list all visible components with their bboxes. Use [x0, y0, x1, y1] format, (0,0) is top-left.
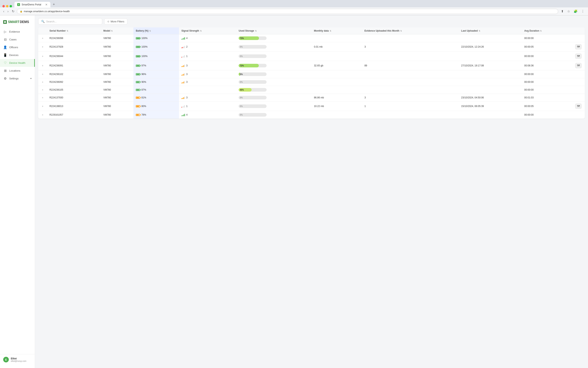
th-lastupload[interactable]: Last Uploaded ⇅ — [459, 28, 522, 34]
signal-bars — [181, 81, 185, 83]
minimize-window-button[interactable] — [6, 5, 9, 7]
row-expand-button[interactable]: + — [41, 88, 45, 92]
row-expand-button[interactable]: + — [41, 113, 45, 117]
search-input[interactable] — [46, 20, 99, 23]
th-battery[interactable]: Battery (%) ⇅ — [133, 28, 179, 34]
storage-cell: 5% — [239, 72, 309, 76]
storage-cell: 0% — [239, 55, 309, 58]
svg-rect-1 — [4, 22, 6, 22]
cell-serial: R224236105 — [47, 86, 101, 94]
storage-cell: 0% — [239, 104, 309, 108]
signal-sort-icon: ⇅ — [200, 30, 202, 32]
row-expand-button[interactable]: + — [41, 80, 45, 84]
cell-battery: 78% — [133, 111, 179, 119]
signal-bar — [181, 115, 182, 116]
row-expand-button[interactable]: + — [41, 36, 45, 40]
user-email: elliot@nvoyy.com — [11, 360, 26, 362]
cell-signal: 1 — [179, 52, 236, 61]
cell-model: VM780 — [101, 70, 133, 78]
table-row: +R224236044VM780 100% 1 0% 00:00:00🗺 — [38, 52, 585, 61]
th-monthly[interactable]: Monthly data ⇅ — [312, 28, 362, 34]
reload-button[interactable]: ↻ — [11, 9, 15, 14]
table-row: +R229161057VM780 78% 4 0% 00:00:00 — [38, 111, 585, 119]
view-map-button[interactable]: 🗺 — [575, 63, 582, 68]
screenshot-button[interactable]: ⬆ — [560, 9, 565, 14]
more-filters-button[interactable]: ⊹ More Filters — [104, 18, 127, 25]
storage-label: 73% — [240, 37, 244, 39]
new-tab-button[interactable]: + — [51, 2, 57, 7]
cell-map-action — [573, 86, 585, 94]
active-tab[interactable]: S SmartDems Portal ✕ — [14, 2, 50, 7]
view-map-button[interactable]: 🗺 — [575, 44, 582, 49]
cell-avg-duration: 00:00:05 — [522, 42, 573, 52]
sidebar-item-device-health[interactable]: ♡ Device Health — [0, 59, 35, 67]
cell-storage: 46% — [236, 86, 311, 94]
cell-avg-duration: 00:01:03 — [522, 94, 573, 101]
battery-icon — [136, 73, 140, 75]
cell-battery: 100% — [133, 34, 179, 42]
signal-bar — [182, 74, 183, 76]
th-evidence[interactable]: Evidence Uploaded this Month ⇅ — [362, 28, 459, 34]
sidebar-item-officers-label: Officers — [9, 46, 18, 49]
signal-value: 3 — [186, 64, 188, 67]
tab-close-button[interactable]: ✕ — [45, 3, 48, 6]
battery-value: 80% — [141, 105, 146, 108]
cell-storage: 0% — [236, 94, 311, 101]
storage-label: 0% — [239, 55, 243, 57]
cell-signal: 3 — [179, 61, 236, 70]
extension-button[interactable]: 🧩 — [572, 9, 579, 14]
view-map-button[interactable]: 🗺 — [575, 54, 582, 59]
maximize-window-button[interactable] — [9, 5, 12, 7]
forward-button[interactable]: › — [7, 9, 9, 14]
sidebar-item-device-health-label: Device Health — [9, 61, 25, 64]
lastupload-sort-icon: ⇅ — [478, 30, 480, 32]
row-expand-button[interactable]: + — [41, 104, 45, 108]
settings-chevron-icon: ▾ — [30, 77, 32, 80]
th-model[interactable]: Model ⇅ — [101, 28, 133, 34]
cell-monthly — [312, 86, 362, 94]
close-window-button[interactable] — [2, 5, 5, 7]
row-expand-button[interactable]: + — [41, 45, 45, 49]
signal-bar — [182, 38, 183, 40]
storage-label: 0% — [239, 46, 243, 48]
signal-bar — [184, 114, 185, 116]
cell-last-uploaded — [459, 78, 522, 86]
sidebar-item-cases[interactable]: ⊟ Cases — [0, 36, 35, 43]
app-container: SMARTDEMS ▷ Evidence ⊟ Cases 👤 Officers … — [0, 15, 588, 368]
th-avgduration[interactable]: Avg Duration ⇅ — [522, 28, 573, 34]
th-serial[interactable]: Serial Number ⇅ — [47, 28, 101, 34]
battery-icon — [136, 46, 140, 48]
cell-model: VM780 — [101, 61, 133, 70]
th-signal[interactable]: Signal Strength ⇅ — [179, 28, 236, 34]
cell-map-action — [573, 34, 585, 42]
bookmark-button[interactable]: ☆ — [566, 9, 571, 14]
sidebar-item-devices[interactable]: 📱 Devices — [0, 51, 35, 59]
battery-icon — [136, 105, 140, 107]
url-text: manage.smartdem.co.uk/app/device-health — [24, 10, 70, 13]
signal-cell: 3 — [181, 81, 234, 83]
storage-label: 46% — [240, 89, 244, 91]
cell-evidence — [362, 52, 459, 61]
signal-bar — [181, 39, 182, 40]
th-storage[interactable]: Used Storage ⇅ — [236, 28, 311, 34]
signal-cell: 2 — [181, 46, 234, 48]
signal-bar — [182, 56, 183, 58]
back-button[interactable]: ‹ — [2, 9, 5, 14]
sidebar-item-settings[interactable]: ⚙ Settings ▾ — [0, 75, 35, 83]
cell-battery: 97% — [133, 61, 179, 70]
cell-evidence: 89 — [362, 61, 459, 70]
table-row: +R224236092VM780 90% 3 0% 00:00:00 — [38, 78, 585, 86]
row-expand-button[interactable]: + — [41, 72, 45, 76]
sidebar-item-locations[interactable]: ⊞ Locations — [0, 67, 35, 75]
menu-button[interactable]: ⋮ — [580, 9, 586, 14]
sidebar-item-evidence[interactable]: ▷ Evidence — [0, 28, 35, 36]
row-expand-button[interactable]: + — [41, 54, 45, 58]
search-box[interactable]: 🔍 — [38, 18, 102, 25]
cell-last-uploaded — [459, 111, 522, 119]
cell-last-uploaded — [459, 34, 522, 42]
sidebar-item-officers[interactable]: 👤 Officers — [0, 43, 35, 51]
row-expand-button[interactable]: + — [41, 96, 45, 100]
row-expand-button[interactable]: + — [41, 64, 45, 68]
address-bar[interactable]: 🔒 manage.smartdem.co.uk/app/device-healt… — [17, 9, 558, 14]
view-map-button[interactable]: 🗺 — [575, 104, 582, 109]
